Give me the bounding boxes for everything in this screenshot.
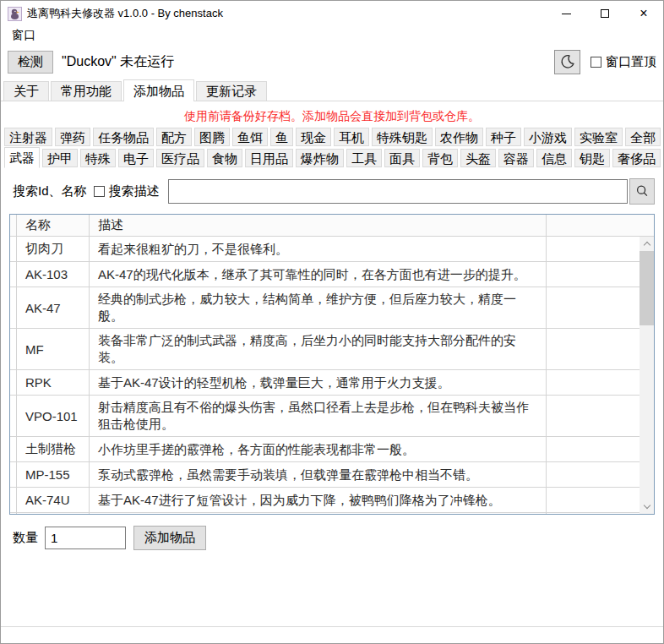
item-desc-cell[interactable]: 经典的制式步枪，威力较大，结构简单，维护方便，但后座力较大，精度一般。 — [90, 287, 547, 328]
scrollbar-thumb[interactable] — [640, 251, 654, 325]
category-tab[interactable]: 鱼饵 — [232, 128, 268, 146]
table-row[interactable]: AK-103AK-47的现代化版本，继承了其可靠性的同时，在各方面也有进一步的提… — [10, 262, 654, 287]
row-header[interactable] — [10, 237, 17, 261]
topmost-checkbox[interactable] — [591, 57, 601, 68]
row-header[interactable] — [10, 488, 17, 512]
category-tab[interactable]: 耳机 — [334, 128, 369, 146]
category-tab[interactable]: 武器 — [4, 147, 40, 168]
minimize-button[interactable] — [547, 1, 585, 26]
table-row[interactable]: MP-155泵动式霰弹枪，虽然需要手动装填，但载弹量在霰弹枪中相当不错。 — [10, 462, 654, 488]
scroll-up-button[interactable] — [640, 237, 654, 251]
table-row[interactable]: 切肉刀看起来很粗犷的刀，不是很锋利。 — [10, 237, 654, 262]
search-desc-checkbox[interactable] — [94, 186, 105, 197]
item-name-cell[interactable]: AK-74U — [17, 488, 90, 512]
row-header[interactable] — [10, 513, 17, 515]
quantity-input[interactable] — [45, 527, 126, 549]
category-tab[interactable]: 实验室 — [574, 128, 623, 146]
column-header-name[interactable]: 名称 — [17, 215, 90, 236]
category-tab[interactable]: 背包 — [422, 149, 458, 167]
table-row[interactable]: 土制猎枪小作坊里手搓的霰弹枪，各方面的性能表现都非常一般。 — [10, 437, 654, 462]
main-tab[interactable]: 添加物品 — [123, 79, 194, 101]
quantity-label: 数量 — [13, 530, 38, 546]
category-tab[interactable]: 特殊 — [80, 149, 116, 167]
category-tab[interactable]: 信息 — [536, 149, 572, 167]
title-bar: 逃离鸭科夫修改器 v1.0.0 - By chenstack × — [1, 1, 663, 26]
table-row[interactable]: VPO-101射击精度高且有不俗的爆头伤害，虽然口径看上去是步枪，但在鸭科夫被当… — [10, 396, 654, 437]
row-header[interactable] — [10, 287, 17, 328]
category-tab[interactable]: 食物 — [207, 149, 242, 167]
item-desc-cell[interactable]: AK-47的现代化版本，继承了其可靠性的同时，在各方面也有进一步的提升。 — [90, 262, 547, 287]
item-name-cell[interactable]: VPO-101 — [17, 396, 90, 436]
category-tab[interactable]: 种子 — [486, 128, 521, 146]
scroll-down-button[interactable] — [640, 499, 654, 514]
item-name-cell[interactable]: MF — [17, 329, 90, 369]
category-tab[interactable]: 鱼 — [270, 128, 293, 146]
item-desc-cell[interactable]: 小作坊里手搓的霰弹枪，各方面的性能表现都非常一般。 — [90, 437, 547, 461]
category-tab[interactable]: 日用品 — [245, 149, 293, 167]
category-tab[interactable]: 爆炸物 — [296, 149, 344, 167]
item-desc-cell[interactable]: 基于AK-47进行了短管设计，因为威力下降，被鸭鸭们降格为了冲锋枪。 — [90, 488, 547, 512]
topmost-label: 窗口置顶 — [606, 54, 656, 70]
add-item-button[interactable]: 添加物品 — [133, 526, 206, 550]
vertical-scrollbar[interactable] — [640, 237, 654, 514]
main-tab[interactable]: 更新记录 — [196, 81, 267, 101]
category-tab[interactable]: 医疗品 — [156, 149, 204, 167]
main-tab-strip: 关于常用功能添加物品更新记录 — [1, 79, 663, 101]
item-name-cell[interactable]: 格力克 — [17, 513, 90, 515]
category-tab[interactable]: 奢侈品 — [612, 149, 661, 167]
close-button[interactable]: × — [624, 1, 663, 26]
category-tab[interactable]: 头盔 — [460, 149, 496, 167]
item-desc-cell[interactable]: 泵动式霰弹枪，虽然需要手动装填，但载弹量在霰弹枪中相当不错。 — [90, 462, 547, 487]
item-name-cell[interactable]: MP-155 — [17, 462, 90, 487]
category-tab[interactable]: 现金 — [296, 128, 331, 146]
table-row[interactable]: AK-74U基于AK-47进行了短管设计，因为威力下降，被鸭鸭们降格为了冲锋枪。 — [10, 488, 654, 513]
category-tab[interactable]: 图腾 — [194, 128, 230, 146]
table-row[interactable]: AK-47经典的制式步枪，威力较大，结构简单，维护方便，但后座力较大，精度一般。 — [10, 287, 654, 329]
detect-button[interactable]: 检测 — [8, 51, 53, 74]
item-desc-cell[interactable]: 射击精度高且有不俗的爆头伤害，虽然口径看上去是步枪，但在鸭科夫被当作狙击枪使用。 — [90, 396, 547, 436]
item-name-cell[interactable]: AK-47 — [17, 287, 90, 328]
category-tab[interactable]: 钥匙 — [574, 149, 610, 167]
item-desc-cell[interactable]: 装备非常广泛的制式武器，精度高，后坐力小的同时能支持大部分配件的安装。 — [90, 329, 547, 369]
menu-item-window[interactable]: 窗口 — [8, 27, 39, 44]
category-tab[interactable]: 全部 — [625, 128, 661, 146]
item-desc-cell[interactable]: 基于AK-47设计的轻型机枪，载弹量巨大，通常用于火力支援。 — [90, 370, 547, 395]
category-tab[interactable]: 任务物品 — [93, 128, 154, 146]
category-tab[interactable]: 工具 — [346, 149, 382, 167]
category-tab[interactable]: 注射器 — [4, 128, 52, 146]
table-row[interactable]: 格力克重量轻，可靠性高，弹容量大，深受各路鸭鸭的喜欢。 — [10, 513, 654, 515]
theme-toggle-button[interactable] — [554, 50, 580, 74]
item-name-cell[interactable]: AK-103 — [17, 262, 90, 287]
row-header[interactable] — [10, 262, 17, 287]
search-button[interactable] — [629, 178, 655, 205]
category-tab[interactable]: 弹药 — [55, 128, 90, 146]
app-window: 逃离鸭科夫修改器 v1.0.0 - By chenstack × 窗口 检测 "… — [0, 0, 664, 644]
column-header-desc[interactable]: 描述 — [90, 215, 547, 236]
table-row[interactable]: MF装备非常广泛的制式武器，精度高，后坐力小的同时能支持大部分配件的安装。 — [10, 329, 654, 370]
category-tab[interactable]: 配方 — [156, 128, 192, 146]
item-desc-cell[interactable]: 重量轻，可靠性高，弹容量大，深受各路鸭鸭的喜欢。 — [90, 513, 547, 515]
window-controls: × — [547, 1, 663, 26]
category-tab[interactable]: 电子 — [118, 149, 154, 167]
category-tab[interactable]: 护甲 — [42, 149, 78, 167]
row-header[interactable] — [10, 462, 17, 487]
category-tab[interactable]: 面具 — [384, 149, 420, 167]
item-name-cell[interactable]: 切肉刀 — [17, 237, 90, 261]
row-header[interactable] — [10, 370, 17, 395]
category-tab[interactable]: 小游戏 — [524, 128, 572, 146]
main-tab[interactable]: 常用功能 — [51, 81, 122, 101]
item-name-cell[interactable]: 土制猎枪 — [17, 437, 90, 461]
category-tab[interactable]: 特殊钥匙 — [372, 128, 433, 146]
row-header[interactable] — [10, 437, 17, 461]
row-header[interactable] — [10, 329, 17, 369]
maximize-button[interactable] — [585, 1, 624, 26]
category-tab[interactable]: 容器 — [498, 149, 534, 167]
table-row[interactable]: RPK基于AK-47设计的轻型机枪，载弹量巨大，通常用于火力支援。 — [10, 370, 654, 396]
item-desc-cell[interactable]: 看起来很粗犷的刀，不是很锋利。 — [90, 237, 547, 261]
search-input[interactable] — [168, 179, 628, 204]
search-desc-label: 搜索描述 — [109, 183, 160, 199]
item-name-cell[interactable]: RPK — [17, 370, 90, 395]
row-header[interactable] — [10, 396, 17, 436]
main-tab[interactable]: 关于 — [3, 81, 49, 101]
category-tab[interactable]: 农作物 — [435, 128, 483, 146]
